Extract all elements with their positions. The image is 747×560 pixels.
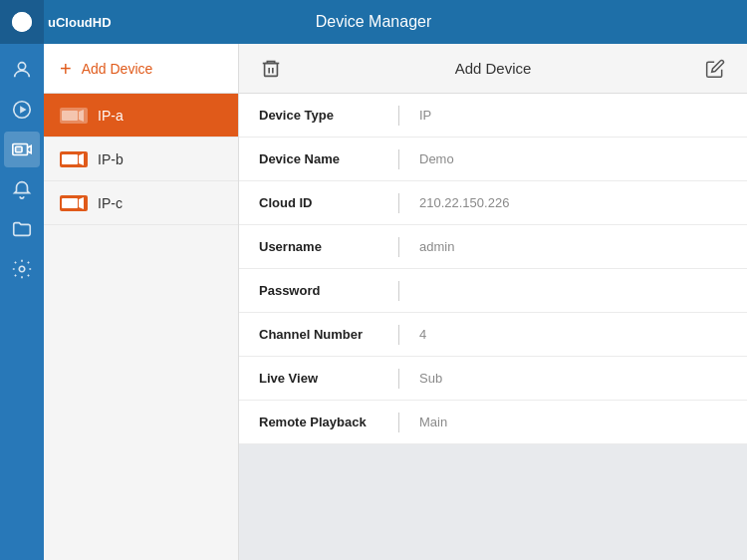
svg-rect-6 <box>16 146 22 152</box>
logo-icon <box>12 12 32 32</box>
svg-marker-4 <box>20 106 26 113</box>
svg-point-2 <box>18 63 25 70</box>
svg-marker-11 <box>79 153 84 165</box>
detail-divider <box>398 369 399 389</box>
detail-divider <box>398 193 399 213</box>
device-list-panel: + Add Device IP-a <box>44 44 239 560</box>
detail-divider <box>398 106 399 126</box>
detail-label: Device Name <box>259 151 398 166</box>
main-layout: + Add Device IP-a <box>0 44 747 560</box>
settings-icon[interactable] <box>4 251 40 287</box>
device-camera-icon-b <box>60 151 88 167</box>
detail-label: Channel Number <box>259 327 398 342</box>
svg-marker-9 <box>79 110 84 122</box>
device-label-ip-a: IP-a <box>98 108 124 124</box>
detail-value: Demo <box>419 151 454 166</box>
add-device-button[interactable]: + Add Device <box>44 44 238 94</box>
detail-row: Remote PlaybackMain <box>239 401 747 444</box>
detail-row: Device TypeIP <box>239 94 747 138</box>
detail-value: admin <box>419 239 454 254</box>
detail-row: Channel Number4 <box>239 313 747 357</box>
device-label-ip-b: IP-b <box>98 151 124 167</box>
svg-point-1 <box>18 18 26 26</box>
detail-value: Main <box>419 415 447 429</box>
svg-rect-12 <box>62 198 78 208</box>
device-camera-icon-c <box>60 195 88 211</box>
detail-value: Sub <box>419 371 442 386</box>
detail-value: 210.22.150.226 <box>419 195 509 210</box>
detail-divider <box>398 237 399 257</box>
top-bar: uCloudHD Device Manager <box>0 0 747 44</box>
sidebar-icons <box>0 44 44 560</box>
detail-row: Password <box>239 269 747 313</box>
folder-icon[interactable] <box>4 211 40 247</box>
content-toolbar-title: Add Device <box>299 60 687 77</box>
detail-label: Live View <box>259 371 398 386</box>
app-logo <box>0 0 44 44</box>
edit-device-button[interactable] <box>699 53 731 85</box>
detail-divider <box>398 281 399 301</box>
notification-icon[interactable] <box>4 171 40 207</box>
content-panel: Add Device Device TypeIPDevice NameDemoC… <box>239 44 747 560</box>
device-item-ip-a[interactable]: IP-a <box>44 94 238 138</box>
detail-row: Live ViewSub <box>239 357 747 401</box>
detail-divider <box>398 149 399 169</box>
device-label-ip-c: IP-c <box>98 195 123 211</box>
app-name: uCloudHD <box>48 15 112 30</box>
detail-divider <box>398 325 399 345</box>
device-item-ip-b[interactable]: IP-b <box>44 138 238 181</box>
svg-rect-8 <box>62 111 78 121</box>
detail-label: Username <box>259 239 398 254</box>
detail-label: Password <box>259 283 398 298</box>
face-icon[interactable] <box>4 52 40 88</box>
svg-point-7 <box>19 266 25 272</box>
svg-marker-13 <box>79 197 84 209</box>
device-manager-icon[interactable] <box>4 132 40 167</box>
detail-row: Device NameDemo <box>239 138 747 181</box>
window-title: Device Manager <box>316 13 432 31</box>
detail-row: Cloud ID210.22.150.226 <box>239 181 747 225</box>
detail-label: Cloud ID <box>259 195 398 210</box>
content-toolbar: Add Device <box>239 44 747 94</box>
play-icon[interactable] <box>4 92 40 128</box>
detail-value: 4 <box>419 327 426 342</box>
device-items-list: IP-a IP-b IP-c <box>44 94 238 560</box>
detail-label: Remote Playback <box>259 415 398 429</box>
detail-divider <box>398 413 399 432</box>
device-camera-icon-a <box>60 108 88 124</box>
device-item-ip-c[interactable]: IP-c <box>44 181 238 225</box>
svg-rect-10 <box>62 154 78 164</box>
detail-label: Device Type <box>259 108 398 123</box>
detail-value: IP <box>419 108 431 123</box>
device-details: Device TypeIPDevice NameDemoCloud ID210.… <box>239 94 747 560</box>
delete-device-button[interactable] <box>255 53 287 85</box>
empty-content-area <box>239 444 747 560</box>
add-device-label: Add Device <box>82 61 153 77</box>
svg-rect-14 <box>265 63 278 76</box>
plus-icon: + <box>60 59 72 79</box>
detail-row: Usernameadmin <box>239 225 747 269</box>
